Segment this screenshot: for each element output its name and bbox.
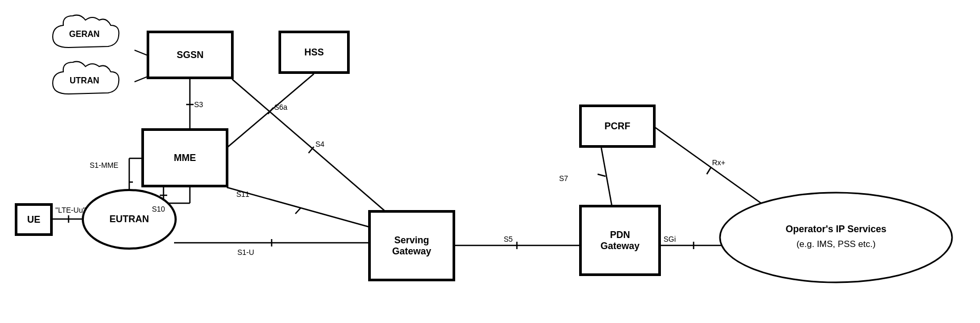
svg-point-31 [720, 193, 952, 282]
rx-plus-label: Rx+ [712, 158, 725, 167]
sgi-label: SGi [664, 235, 676, 243]
serving-gw-node: Serving Gateway [368, 210, 455, 281]
lte-architecture-diagram: GERAN UTRAN UE EUTRAN SGSN HSS MME Servi… [0, 0, 980, 323]
pcrf-label: PCRF [604, 121, 630, 132]
hss-label: HSS [304, 47, 324, 58]
mme-label: MME [174, 153, 196, 164]
s4-label: S4 [315, 140, 324, 148]
ue-label: UE [27, 214, 40, 225]
s7-label: S7 [559, 174, 568, 183]
svg-text:Operator's IP Services: Operator's IP Services [785, 224, 886, 234]
operator-ip-node: Operator's IP Services (e.g. IMS, PSS et… [716, 189, 956, 287]
svg-text:GERAN: GERAN [69, 30, 100, 39]
serving-gw-label: Serving Gateway [392, 235, 431, 257]
s11-label: S11 [236, 190, 249, 198]
pdn-gw-label: PDN Gateway [600, 230, 639, 252]
sgsn-label: SGSN [177, 50, 204, 61]
lte-uu-label: "LTE-Uu" [55, 206, 85, 214]
pdn-gw-node: PDN Gateway [579, 205, 661, 276]
ue-node: UE [15, 203, 53, 236]
svg-text:UTRAN: UTRAN [70, 76, 99, 85]
s1-mme-label: S1-MME [90, 161, 118, 169]
hss-node: HSS [278, 31, 350, 74]
svg-text:(e.g. IMS, PSS etc.): (e.g. IMS, PSS etc.) [796, 239, 876, 249]
sgsn-node: SGSN [147, 31, 234, 79]
eutran-node: EUTRAN [82, 189, 177, 250]
eutran-label: EUTRAN [110, 214, 149, 225]
pcrf-node: PCRF [579, 104, 656, 148]
mme-node: MME [141, 128, 228, 187]
s6a-label: S6a [274, 103, 287, 111]
s3-label: S3 [194, 100, 203, 109]
s5-label: S5 [504, 235, 513, 243]
s10-label: S10 [152, 205, 165, 213]
s1-u-label: S1-U [237, 248, 254, 256]
